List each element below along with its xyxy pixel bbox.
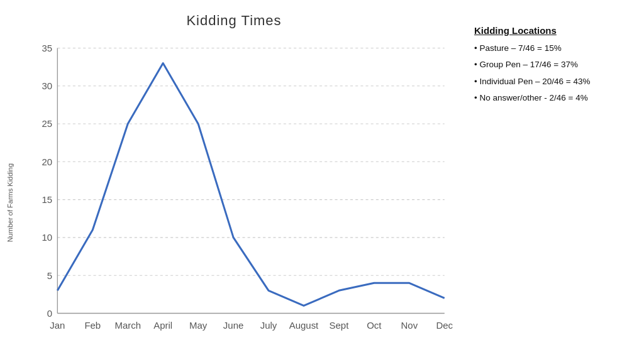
legend-area: Kidding Locations • Pasture – 7/46 = 15%…	[462, 13, 638, 114]
chart-title: Kidding Times	[186, 13, 281, 29]
svg-text:May: May	[189, 320, 208, 331]
chart-area: Kidding Times Number of Farms Kidding 05…	[6, 13, 462, 356]
svg-text:Sept: Sept	[330, 320, 350, 331]
svg-text:Dec: Dec	[436, 320, 453, 331]
svg-text:July: July	[260, 320, 277, 331]
svg-text:20: 20	[42, 156, 53, 167]
svg-text:March: March	[114, 320, 141, 331]
svg-text:10: 10	[42, 232, 53, 243]
svg-text:25: 25	[42, 118, 53, 129]
svg-text:5: 5	[47, 270, 52, 281]
svg-text:Feb: Feb	[84, 320, 101, 331]
legend-title: Kidding Locations	[474, 25, 631, 36]
svg-text:August: August	[289, 320, 319, 331]
svg-text:Nov: Nov	[401, 320, 418, 331]
svg-text:April: April	[153, 320, 172, 331]
legend-item: • Group Pen – 17/46 = 37%	[474, 58, 631, 71]
svg-text:June: June	[223, 320, 243, 331]
legend-item: • Individual Pen – 20/46 = 43%	[474, 75, 631, 88]
legend-item: • No answer/other - 2/46 = 4%	[474, 92, 631, 104]
svg-text:30: 30	[42, 80, 53, 91]
y-axis-label: Number of Farms Kidding	[6, 163, 14, 242]
svg-text:15: 15	[42, 194, 53, 205]
svg-text:Oct: Oct	[367, 320, 382, 331]
line-chart: 05101520253035JanFebMarchAprilMayJuneJul…	[16, 35, 462, 360]
svg-text:35: 35	[42, 43, 53, 53]
svg-text:Jan: Jan	[50, 320, 65, 331]
svg-text:0: 0	[47, 308, 52, 319]
legend-item: • Pasture – 7/46 = 15%	[474, 42, 631, 55]
